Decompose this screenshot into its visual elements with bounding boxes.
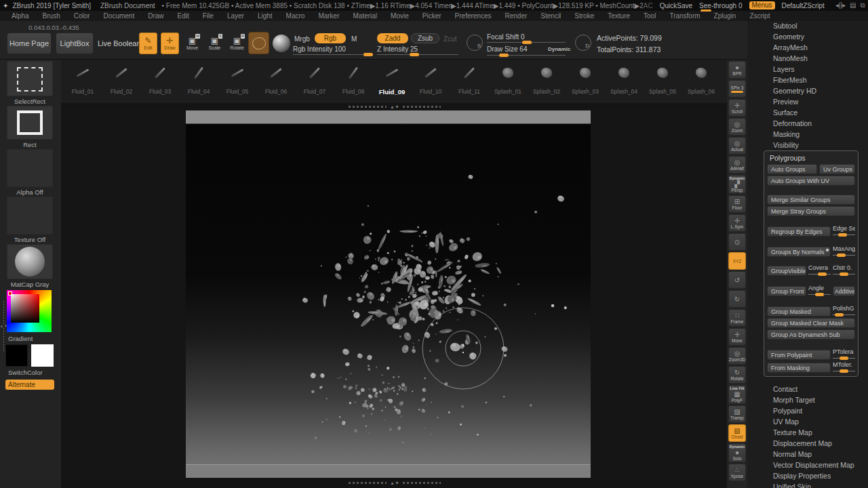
rotate-ccw-icon[interactable]: ↺ [728,271,746,289]
section-display-properties[interactable]: Display Properties [747,470,868,481]
section-vector-displacement-map[interactable]: Vector Displacement Map [747,460,868,470]
scale-button[interactable]: S ▣ Scale [205,33,224,54]
group-visible-button[interactable]: GroupVisible [767,266,806,276]
menu-picker[interactable]: Picker [416,12,448,20]
brush-splash_06[interactable]: Splash_06 [682,61,720,100]
merge-stray-groups-button[interactable]: Merge Stray Groups [767,206,855,216]
section-geometry-hd[interactable]: Geometry HD [747,85,868,96]
matcap-button[interactable] [7,244,53,279]
section-subtool[interactable]: Subtool [747,20,868,31]
section-arraymesh[interactable]: ArrayMesh [747,42,868,53]
transp-button[interactable]: ▨Transp [728,405,746,423]
menu-draw[interactable]: Draw [142,12,170,20]
group-masked-button[interactable]: Group Masked [767,306,831,317]
section-preview[interactable]: Preview [747,96,868,107]
brush-splash_05[interactable]: Splash_05 [644,61,682,100]
polyf-button[interactable]: Line Fill▦PolyF [728,385,746,404]
bpr-button[interactable]: ●BPR [728,61,746,79]
home-page-button[interactable]: Home Page [7,33,52,54]
menu-layer[interactable]: Layer [221,12,250,20]
brush-fluid_09[interactable]: Fluid_09 [373,61,411,100]
section-unified-skin[interactable]: Unified Skin [747,481,868,488]
dynamic-toggle[interactable]: Dynamic [548,46,570,52]
rgb-button[interactable]: Rgb [315,33,346,43]
texture-button[interactable] [7,197,53,235]
brush-splash_04[interactable]: Splash_04 [605,61,643,100]
alternate-button[interactable]: Alternate [5,380,54,390]
current-material-button[interactable] [273,35,290,52]
rotate-button[interactable]: R ▣ Rotate [228,33,246,54]
section-normal-map[interactable]: Normal Map [747,449,868,460]
brush-fluid_03[interactable]: Fluid_03 [141,61,179,100]
see-through-slider[interactable]: See-through 0 [699,2,742,9]
quicksave-button[interactable]: QuickSave [660,2,692,9]
l-sym-button[interactable]: ✛L.Sym [728,214,746,232]
document-viewport[interactable] [186,110,591,478]
select-rect-button[interactable] [7,61,53,96]
menu-material[interactable]: Material [347,12,384,20]
draw-button[interactable]: ✛ Draw [161,33,179,54]
top-tray-divider[interactable]: ▲▼ [61,103,728,110]
aahalf-button[interactable]: ◎AAHalf [728,156,746,174]
frame-button[interactable]: ∷Frame [728,309,746,327]
menu-stencil[interactable]: Stencil [534,12,567,20]
zadd-button[interactable]: Zadd [377,33,408,43]
brush-splash_03[interactable]: Splash_03 [566,61,604,100]
zoom3d-button[interactable]: ◎Zoom3D [728,347,746,365]
color-picker[interactable] [7,290,52,332]
section-nanomesh[interactable]: NanoMesh [747,53,868,64]
move-button[interactable]: M ▣ Move [183,33,201,54]
rotate-button[interactable]: ↻Rotate [728,366,746,384]
brush-fluid_02[interactable]: Fluid_02 [102,61,140,100]
menu-file[interactable]: File [197,12,220,20]
section-displacement-map[interactable]: Displacement Map [747,438,868,449]
menu-color[interactable]: Color [68,12,96,20]
brush-fluid_10[interactable]: Fluid_10 [412,61,450,100]
spix-3-button[interactable]: SPix 3 [728,80,746,98]
section-visibility[interactable]: Visibility [747,140,868,150]
brush-fluid_07[interactable]: Fluid_07 [296,61,334,100]
default-zscript-button[interactable]: DefaultZScript [782,2,825,9]
spix-slider[interactable] [731,91,743,93]
menu-tool[interactable]: Tool [637,12,662,20]
solo-button[interactable]: Dynamic●Solo [728,443,746,462]
move-button[interactable]: ✛Move [728,328,746,346]
main-color-swatch[interactable] [5,344,28,367]
menus-button[interactable]: Menus [749,1,775,9]
additive-toggle[interactable]: Additive [833,286,855,296]
merge-similar-groups-button[interactable]: Merge Similar Groups [767,195,855,205]
current-brush-button[interactable] [248,32,269,54]
regroup-by-edges-button[interactable]: Regroup By Edges [767,226,831,237]
section-surface[interactable]: Surface [747,107,868,118]
density-selector-icon[interactable]: D [575,35,591,51]
brush-fluid_01[interactable]: Fluid_01 [64,61,102,100]
ghost-button[interactable]: ▧Ghost [728,424,746,442]
layout-icon[interactable]: ▤ [850,1,856,9]
secondary-color-swatch[interactable] [31,344,54,367]
section-texture-map[interactable]: Texture Map [747,427,868,438]
brush-fluid_08[interactable]: Fluid_08 [334,61,372,100]
cluster-slider[interactable]: Clstr 0. [833,264,855,276]
brush-fluid_04[interactable]: Fluid_04 [180,61,218,100]
section-masking[interactable]: Masking [747,129,868,140]
stroke-selector-icon[interactable]: S [467,35,483,51]
lightbox-button[interactable]: LightBox [56,33,94,54]
switch-color-button[interactable]: SwitchColor [7,369,53,376]
lock-link-icon[interactable]: ⊙ [728,233,746,251]
section-uv-map[interactable]: UV Map [747,416,868,427]
groups-by-normals-button[interactable]: Groups By Normals [767,247,831,257]
from-masking-button[interactable]: From Masking [767,363,831,373]
slider-icon[interactable]: ◂||▸ [835,1,846,9]
menu-edit[interactable]: Edit [172,12,195,20]
group-as-dynamesh-sub-button[interactable]: Group As Dynamesh Sub [767,329,855,340]
coverage-slider[interactable]: Covera [808,264,831,276]
menu-marker[interactable]: Marker [312,12,345,20]
group-front-button[interactable]: Group Front [767,286,806,296]
menu-transform[interactable]: Transform [663,12,706,20]
rgb-intensity-slider[interactable] [293,54,373,55]
group-masked-clear-mask-button[interactable]: Group Masked Clear Mask [767,318,855,328]
angle-slider[interactable]: Angle [808,285,831,296]
mrgb-button[interactable]: Mrgb [294,35,310,43]
floor-button[interactable]: ⊞Floor [728,195,746,213]
bottom-tray-divider[interactable]: ▲▼ [61,479,728,486]
